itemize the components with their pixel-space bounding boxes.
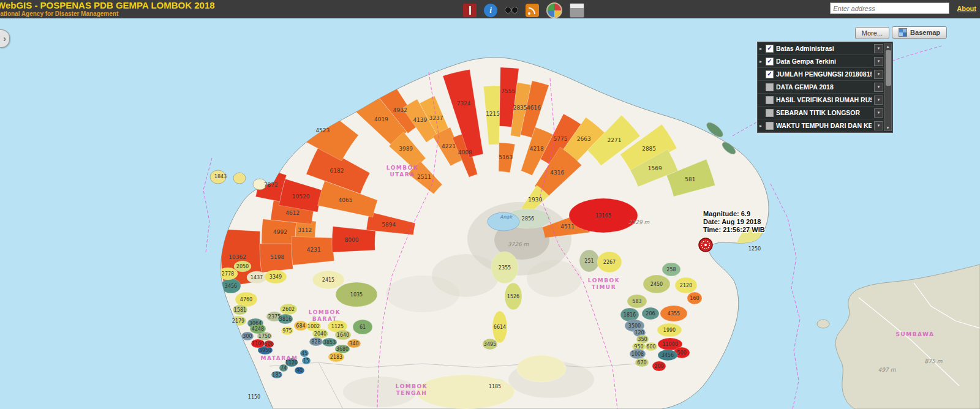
basemap-button[interactable]: Basemap <box>892 26 947 39</box>
region-count-label: 15 <box>303 358 309 364</box>
region-count-label: 120 <box>635 330 644 336</box>
region-patch[interactable] <box>417 375 514 409</box>
region-count-label: 350 <box>638 337 647 342</box>
about-link[interactable]: About <box>957 5 976 12</box>
layer-row[interactable]: ✓JUMLAH PENGUNGSI 20180815▾ <box>758 68 884 81</box>
layer-options-dropdown-icon[interactable]: ▾ <box>874 44 883 53</box>
elevation-label: 497 m <box>878 367 896 373</box>
region-count-label: 200 <box>654 364 663 369</box>
scroll-down-icon[interactable]: ▾ <box>887 126 889 130</box>
region-count-label: 1437 <box>251 275 263 280</box>
region-count-label: 160 <box>690 296 699 301</box>
layer-options-dropdown-icon[interactable]: ▾ <box>874 96 883 105</box>
earthquake-marker[interactable] <box>699 238 712 252</box>
printer-icon[interactable] <box>570 3 584 18</box>
region-count-label: 3853 <box>323 340 336 345</box>
scroll-up-icon[interactable]: ▴ <box>887 44 889 49</box>
palette-icon[interactable] <box>546 2 562 18</box>
layer-options-dropdown-icon[interactable]: ▾ <box>874 57 883 66</box>
small-island[interactable] <box>233 173 246 184</box>
layer-row[interactable]: ▸✓Data Gempa Terkini▾ <box>758 55 884 68</box>
lake-label: Anak <box>500 214 513 220</box>
layer-options-dropdown-icon[interactable]: ▾ <box>874 108 883 118</box>
scrollbar-thumb[interactable] <box>886 50 891 86</box>
webgis-app: WebGIS - POSPENAS PDB GEMPA LOMBOK 2018 … <box>0 0 980 409</box>
region-count-label: 6182 <box>330 168 344 174</box>
region-count-label: 1250 <box>748 246 761 252</box>
region-count-label: 670 <box>637 360 646 366</box>
layer-row[interactable]: HASIL VERIFIKASI RUMAH RUS▾ <box>758 94 884 107</box>
region-count-label: 74 <box>281 366 287 371</box>
place-label: MATARAM <box>261 355 298 361</box>
small-island[interactable] <box>817 320 829 328</box>
region-count-label: 7324 <box>457 100 471 107</box>
region-count-label: 7872 <box>264 182 278 188</box>
map-area[interactable]: Anak184310362519849923112423180005894461… <box>0 18 980 409</box>
region-count-label: 1035 <box>350 292 363 298</box>
place-label: LOMBOKTIMUR <box>588 277 620 290</box>
layer-checkbox[interactable]: ✓ <box>766 58 774 66</box>
region-count-label: 828 <box>311 339 320 345</box>
layer-row[interactable]: DATA GEMPA 2018▾ <box>758 81 884 94</box>
layer-checkbox[interactable] <box>766 109 774 117</box>
region-count-label: 2511 <box>417 174 431 180</box>
region-count-label: 4218 <box>530 146 544 152</box>
region-count-label: 4221 <box>442 143 456 149</box>
region-count-label: 3064 <box>249 321 262 326</box>
region-count-label: 3816 <box>279 317 292 322</box>
region-count-label: 61 <box>360 325 366 330</box>
layer-row[interactable]: ▸WAKTU TEMPUH DARI DAN KE▾ <box>758 119 884 132</box>
region-count-label: 4760 <box>240 297 252 302</box>
layer-row[interactable]: ▸✓Batas Administrasi▾ <box>758 42 884 55</box>
layer-options-dropdown-icon[interactable]: ▾ <box>874 83 883 92</box>
quake-magnitude: Magnitude: 6.9 <box>703 210 765 218</box>
region-patch[interactable] <box>517 355 566 382</box>
layer-checkbox[interactable]: ✓ <box>766 45 774 53</box>
region-count-label: 1990 <box>663 328 676 333</box>
rss-icon[interactable] <box>526 4 539 17</box>
region-count-label: 1100 <box>252 341 264 347</box>
region-count-label: 5894 <box>382 222 396 228</box>
region-count-label: 4065 <box>339 197 353 203</box>
region-count-label: 2267 <box>603 260 616 265</box>
layer-expander-icon[interactable]: ▸ <box>760 59 766 64</box>
address-input[interactable] <box>830 2 949 14</box>
layer-checkbox[interactable] <box>766 83 774 91</box>
region-count-label: 1930 <box>528 197 542 203</box>
earthquake-popup: Magnitude: 6.9 Date: Aug 19 2018 Time: 2… <box>703 210 765 235</box>
region-count-label: 3989 <box>399 146 413 152</box>
region-count-label: 950 <box>634 344 643 350</box>
layer-expander-icon[interactable]: ▸ <box>760 123 766 129</box>
place-label: SUMBAWA <box>895 331 934 337</box>
region-count-label: 600 <box>646 344 655 350</box>
tools-icon[interactable] <box>505 4 518 17</box>
region-count-label: 8000 <box>345 237 359 243</box>
region-count-label: 1816 <box>624 312 636 318</box>
region-count-label: 251 <box>584 258 594 264</box>
region-count-label: 4316 <box>550 170 564 176</box>
layer-checkbox[interactable] <box>766 96 774 104</box>
basemap-label: Basemap <box>910 29 940 36</box>
book-icon[interactable] <box>463 4 477 17</box>
region-count-label: 10520 <box>292 193 310 200</box>
region-count-label: 1150 <box>248 394 260 400</box>
region-count-label: 10362 <box>228 254 246 260</box>
region-count-label: 300 <box>243 334 252 339</box>
info-icon[interactable] <box>484 4 497 17</box>
region-count-label: 581 <box>685 176 695 182</box>
layer-row[interactable]: SEBARAN TITIK LONGSOR▾ <box>758 107 884 119</box>
region-count-label: 4932 <box>393 107 407 113</box>
region-count-label: 4008 <box>458 149 472 156</box>
region-count-label: 1750 <box>258 334 271 339</box>
region-count-label: 2778 <box>222 271 234 277</box>
layer-expander-icon[interactable]: ▸ <box>760 46 766 51</box>
layer-checkbox[interactable] <box>766 122 774 130</box>
region-count-label: 3112 <box>298 227 312 233</box>
region-count-label: 2450 <box>650 282 663 287</box>
layer-options-dropdown-icon[interactable]: ▾ <box>874 121 883 130</box>
region-count-label: 3680 <box>336 347 349 352</box>
more-button[interactable]: More... <box>855 27 889 39</box>
hillshade <box>527 260 582 297</box>
layer-checkbox[interactable]: ✓ <box>766 70 774 78</box>
layer-options-dropdown-icon[interactable]: ▾ <box>874 70 883 79</box>
